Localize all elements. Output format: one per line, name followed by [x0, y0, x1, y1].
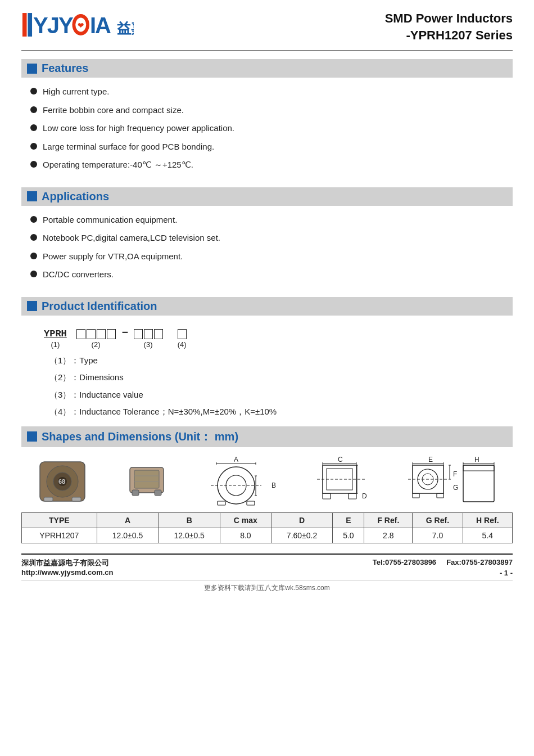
bullet-dot [30, 88, 37, 94]
svg-text:A: A [234, 456, 238, 464]
svg-text:❤: ❤ [78, 21, 84, 30]
svg-text:G: G [453, 484, 458, 492]
pid-item-2: （2）：Dimensions [49, 371, 513, 384]
pid-item-1: （1）：Type [49, 354, 513, 367]
cell-fref: 2.8 [364, 528, 413, 543]
cell-type: YPRH1207 [22, 528, 97, 543]
list-item: DC/DC converters. [30, 268, 513, 281]
header: YJY ❤ IA 益嘉源 SMD Power Inductors -YPRH12… [21, 10, 513, 51]
svg-rect-17 [155, 490, 161, 496]
product-id-section-header: Product Identification [21, 297, 513, 316]
svg-text:68: 68 [58, 478, 65, 485]
bullet-dot [30, 161, 37, 168]
logo-area: YJY ❤ IA 益嘉源 [21, 10, 134, 39]
header-title: SMD Power Inductors -YPRH1207 Series [385, 10, 513, 43]
footer-company: 深圳市益嘉源电子有限公司 http://www.yjysmd.com.cn [21, 558, 113, 577]
pid-item-3: （3）：Inductance value [49, 389, 513, 402]
shapes-title: Shapes and Dimensions (Unit： mm) [42, 429, 238, 444]
cell-b: 12.0±0.5 [159, 528, 220, 543]
list-item: Operating temperature:-40℃ ～+125℃. [30, 159, 513, 172]
svg-text:F: F [453, 470, 457, 478]
bullet-dot [30, 216, 37, 223]
bullet-dot [30, 253, 37, 259]
pid-boxes-2 [76, 329, 116, 339]
footer: 深圳市益嘉源电子有限公司 http://www.yjysmd.com.cn Te… [21, 554, 513, 577]
drawing-photo-2 [124, 459, 169, 504]
features-title: Features [42, 62, 88, 75]
list-item: Ferrite bobbin core and compact size. [30, 104, 513, 117]
svg-text:IA: IA [90, 13, 111, 38]
inductor-photo-svg: 68 [37, 459, 88, 504]
col-type: TYPE [22, 512, 97, 528]
pid-boxes-4 [178, 329, 187, 339]
drawing-side-view: E H F [407, 456, 497, 507]
cell-cmax: 8.0 [220, 528, 271, 543]
svg-text:C: C [338, 456, 343, 464]
col-href: H Ref. [463, 512, 512, 528]
col-e: E [333, 512, 364, 528]
cell-e: 5.0 [333, 528, 364, 543]
cell-gref: 7.0 [413, 528, 463, 543]
list-item: High current type. [30, 86, 513, 98]
col-a: A [97, 512, 159, 528]
features-list: High current type. Ferrite bobbin core a… [21, 83, 513, 179]
pid-label-2: (2) [92, 340, 101, 349]
product-id-title: Product Identification [42, 300, 157, 313]
col-fref: F Ref. [364, 512, 413, 528]
inductor-side-svg [124, 459, 169, 504]
footer-watermark: 更多资料下载请到五八文库wk.58sms.com [21, 580, 513, 593]
list-item: Low core loss for high frequency power a… [30, 122, 513, 135]
col-d: D [271, 512, 333, 528]
cell-href: 5.4 [463, 528, 512, 543]
pid-label-1: (1) [51, 340, 60, 349]
list-item: Notebook PC,digital camera,LCD televisio… [30, 232, 513, 245]
applications-title: Applications [42, 190, 109, 203]
cell-d: 7.60±0.2 [271, 528, 333, 543]
svg-text:益嘉源: 益嘉源 [117, 21, 134, 36]
svg-text:H: H [474, 456, 479, 464]
features-section-header: Features [21, 59, 513, 78]
svg-text:YJY: YJY [33, 13, 74, 38]
bullet-dot [30, 124, 37, 131]
features-icon [27, 64, 37, 74]
product-id-diagram: YPRH (1) (2) － (3) [38, 325, 513, 418]
svg-rect-64 [463, 465, 494, 471]
svg-rect-13 [44, 497, 53, 501]
bullet-dot [30, 234, 37, 241]
pid-item-4: （4）：Inductance Tolerance；N=±30%,M=±20%，K… [49, 406, 513, 418]
pid-prefix: YPRH [44, 328, 67, 339]
bullet-dot [30, 271, 37, 277]
shapes-section-header: Shapes and Dimensions (Unit： mm) [21, 426, 513, 447]
applications-icon [27, 191, 37, 201]
bullet-dot [30, 106, 37, 113]
pid-label-3: (3) [144, 340, 153, 349]
svg-rect-14 [72, 497, 81, 501]
svg-rect-18 [134, 470, 159, 488]
pid-boxes-3 [134, 329, 163, 339]
product-id-items: （1）：Type （2）：Dimensions （3）：Inductance v… [49, 354, 513, 418]
svg-rect-61 [437, 493, 444, 498]
footer-contact: Tel:0755-27803896 Fax:0755-27803897 - 1 … [373, 558, 513, 577]
svg-rect-32 [218, 501, 225, 505]
applications-section-header: Applications [21, 187, 513, 206]
applications-list: Portable communication equipment. Notebo… [21, 212, 513, 289]
cell-a: 12.0±0.5 [97, 528, 159, 543]
svg-text:B: B [271, 482, 276, 489]
svg-rect-33 [247, 501, 255, 505]
drawing-front-view: C D [314, 456, 370, 507]
list-item: Large terminal surface for good PCB bond… [30, 141, 513, 154]
col-b: B [159, 512, 220, 528]
shapes-icon [27, 431, 37, 442]
svg-text:D: D [362, 492, 367, 500]
page: YJY ❤ IA 益嘉源 SMD Power Inductors -YPRH12… [0, 0, 534, 756]
table-header-row: TYPE A B C max D E F Ref. G Ref. H Ref. [22, 512, 513, 528]
list-item: Power supply for VTR,OA equipment. [30, 250, 513, 263]
pid-label-4: (4) [178, 340, 187, 349]
svg-text:E: E [428, 456, 433, 464]
drawings-row: 68 A [21, 456, 513, 507]
svg-rect-1 [28, 13, 32, 37]
list-item: Portable communication equipment. [30, 214, 513, 227]
bullet-dot [30, 143, 37, 150]
product-id-icon [27, 301, 37, 311]
drawing-photo-1: 68 [37, 459, 88, 504]
